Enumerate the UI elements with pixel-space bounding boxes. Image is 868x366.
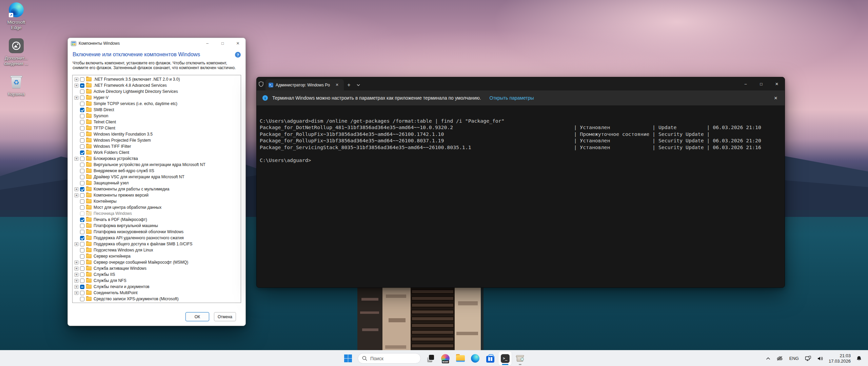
feature-row[interactable]: + Simple TCPIP services (i.e. echo, dayt… xyxy=(73,101,241,107)
search-input[interactable]: Поиск xyxy=(358,353,421,364)
feature-checkbox[interactable] xyxy=(80,120,84,124)
feature-row[interactable]: + Поддержка общего доступа к файлам SMB … xyxy=(73,241,241,247)
feature-checkbox[interactable] xyxy=(80,260,84,265)
feature-row[interactable]: + Компоненты для работы с мультимедиа xyxy=(73,186,241,192)
terminal-button[interactable]: >_ xyxy=(498,351,512,365)
feature-checkbox[interactable] xyxy=(80,297,84,301)
file-explorer-button[interactable] xyxy=(454,351,467,365)
feature-row[interactable]: + Поддержка API удаленного разностного с… xyxy=(73,235,241,241)
volume-icon[interactable] xyxy=(815,352,825,365)
feature-row[interactable]: + Средство записи XPS-документов (Micros… xyxy=(73,296,241,302)
feature-checkbox[interactable] xyxy=(80,150,84,155)
feature-checkbox[interactable] xyxy=(80,114,84,118)
expand-plus-icon[interactable]: + xyxy=(75,96,78,100)
feature-row[interactable]: + Блокировка устройства xyxy=(73,156,241,162)
feature-checkbox[interactable] xyxy=(80,163,84,167)
feature-row[interactable]: + Сервер контейнера xyxy=(73,253,241,259)
cancel-button[interactable]: Отмена xyxy=(214,312,236,321)
expand-plus-icon[interactable]: + xyxy=(75,291,78,295)
feature-row[interactable]: + Платформа виртуальной машины xyxy=(73,223,241,229)
dialog-titlebar[interactable]: Компоненты Windows – □ ✕ xyxy=(68,38,245,49)
banner-close-icon[interactable]: ✕ xyxy=(772,94,780,102)
dialog-maximize-button[interactable]: □ xyxy=(215,38,230,49)
dialog-minimize-button[interactable]: – xyxy=(200,38,215,49)
feature-row[interactable]: + Компоненты прежних версий xyxy=(73,192,241,198)
desktop-icon-edge[interactable]: ↗ MicrosoftEdge xyxy=(0,2,33,30)
feature-checkbox[interactable] xyxy=(80,126,84,130)
feature-row[interactable]: + Active Directory Lightweight Directory… xyxy=(73,88,241,95)
feature-checkbox[interactable] xyxy=(80,236,84,240)
tab-dropdown-chevron-icon[interactable] xyxy=(354,79,363,90)
feature-row[interactable]: + Work Folders Client xyxy=(73,149,241,156)
expand-plus-icon[interactable]: + xyxy=(75,267,78,270)
feature-row[interactable]: + Windows TIFF IFilter xyxy=(73,143,241,149)
feature-checkbox[interactable] xyxy=(80,77,84,82)
feature-row[interactable]: + .NET Framework 4.8 Advanced Services xyxy=(73,82,241,88)
feature-checkbox[interactable] xyxy=(80,193,84,198)
dialog-close-button[interactable]: ✕ xyxy=(230,38,245,49)
task-view-button[interactable] xyxy=(424,351,437,365)
edge-button[interactable] xyxy=(469,351,482,365)
feature-checkbox[interactable] xyxy=(80,138,84,143)
feature-checkbox[interactable] xyxy=(80,108,84,112)
expand-plus-icon[interactable]: + xyxy=(75,78,78,81)
feature-row[interactable]: + SMB Direct xyxy=(73,107,241,113)
feature-checkbox[interactable] xyxy=(80,266,84,271)
feature-row[interactable]: + Сервер очереди сообщений Майкрософт (M… xyxy=(73,259,241,265)
expand-plus-icon[interactable]: + xyxy=(75,279,78,283)
feature-checkbox[interactable] xyxy=(80,199,84,204)
feature-checkbox[interactable] xyxy=(80,279,84,283)
feature-row[interactable]: + Службы печати и документов xyxy=(73,284,241,290)
windows-features-button[interactable] xyxy=(513,351,527,365)
feature-checkbox[interactable] xyxy=(80,89,84,94)
help-icon[interactable]: ? xyxy=(235,52,241,58)
feature-row[interactable]: + Печать в PDF (Майкрософт) xyxy=(73,217,241,223)
expand-plus-icon[interactable]: + xyxy=(75,157,78,161)
feature-row[interactable]: + Hyper-V xyxy=(73,95,241,101)
feature-checkbox[interactable] xyxy=(80,169,84,173)
copilot-m365-button[interactable] xyxy=(439,351,452,365)
feature-row[interactable]: + Службы IIS xyxy=(73,271,241,278)
feature-checkbox[interactable] xyxy=(80,291,84,295)
feature-row[interactable]: + Контейнеры xyxy=(73,198,241,204)
feature-checkbox[interactable] xyxy=(80,285,84,289)
ok-button[interactable]: ОК xyxy=(185,312,209,321)
feature-checkbox[interactable] xyxy=(80,96,84,100)
feature-checkbox[interactable] xyxy=(80,181,84,185)
expand-plus-icon[interactable]: + xyxy=(75,242,78,246)
terminal-titlebar[interactable]: >_ Администратор: Windows Po ✕ + – □ ✕ xyxy=(257,77,785,90)
feature-row[interactable]: + Соединитель MultiPoint xyxy=(73,290,241,296)
hidden-icons-chevron[interactable] xyxy=(764,352,772,365)
terminal-maximize-button[interactable]: □ xyxy=(753,77,769,90)
feature-checkbox[interactable] xyxy=(80,205,84,210)
store-button[interactable] xyxy=(484,351,497,365)
terminal-close-button[interactable]: ✕ xyxy=(769,77,785,90)
feature-row[interactable]: + Внедряемое веб-ядро служб IIS xyxy=(73,168,241,174)
feature-row[interactable]: + .NET Framework 3.5 (включает .NET 2.0 … xyxy=(73,76,241,82)
expand-plus-icon[interactable]: + xyxy=(75,273,78,277)
features-list[interactable]: + .NET Framework 3.5 (включает .NET 2.0 … xyxy=(72,75,241,303)
feature-row[interactable]: + Виртуальное устройство для интеграции … xyxy=(73,162,241,168)
feature-checkbox[interactable] xyxy=(80,224,84,228)
feature-checkbox[interactable] xyxy=(80,157,84,161)
start-button[interactable] xyxy=(341,351,355,365)
onedrive-off-icon[interactable] xyxy=(774,352,785,365)
feature-row[interactable]: + Службы для NFS xyxy=(73,278,241,284)
expand-plus-icon[interactable]: + xyxy=(75,187,78,191)
feature-checkbox[interactable] xyxy=(80,242,84,246)
desktop-icon-additional-info[interactable]: Дополнит...сведения ... xyxy=(0,38,33,66)
feature-row[interactable]: + Драйвер VSC для интеграции ядра Micros… xyxy=(73,174,241,180)
feature-checkbox[interactable] xyxy=(80,102,84,106)
feature-row[interactable]: + Sysmon xyxy=(73,113,241,119)
feature-checkbox[interactable] xyxy=(80,211,84,216)
feature-row[interactable]: + Мост для центра обработки данных xyxy=(73,204,241,210)
feature-row[interactable]: + Служба активации Windows xyxy=(73,265,241,271)
tab-close-icon[interactable]: ✕ xyxy=(334,82,340,88)
feature-checkbox[interactable] xyxy=(80,254,84,259)
feature-row[interactable]: + Telnet Client xyxy=(73,119,241,125)
desktop-icon-recycle-bin[interactable]: ♻ Корзина xyxy=(0,74,33,97)
clock[interactable]: 21:03 17.03.2026 xyxy=(827,353,852,364)
feature-checkbox[interactable] xyxy=(80,218,84,222)
feature-row[interactable]: + Платформа низкоуровневой оболочки Wind… xyxy=(73,229,241,235)
new-tab-button[interactable]: + xyxy=(344,79,354,90)
